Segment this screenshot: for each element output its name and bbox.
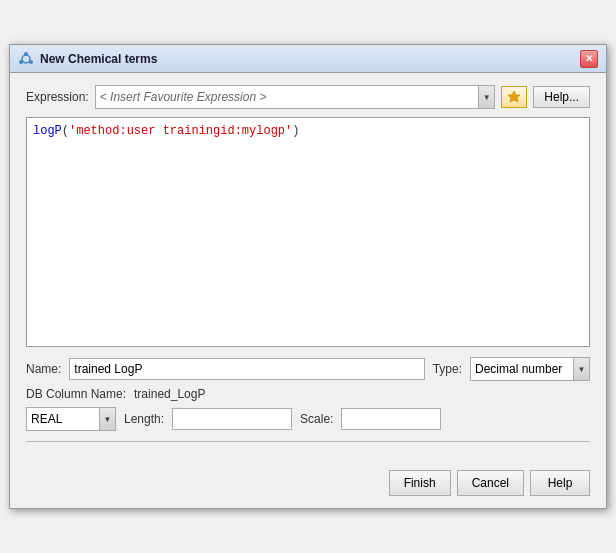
expression-label: Expression: [26,90,89,104]
type-label: Type: [433,362,462,376]
type-value: Decimal number [471,358,573,380]
svg-marker-7 [508,91,520,102]
code-line: logP('method:user trainingid:mylogp') [33,124,583,138]
cancel-button[interactable]: Cancel [457,470,524,496]
help-expression-button[interactable]: Help... [533,86,590,108]
chemical-icon [18,51,34,67]
add-favorite-button[interactable] [501,86,527,108]
length-label: Length: [124,412,164,426]
name-type-row: Name: Type: Decimal number ▼ [26,357,590,381]
length-input[interactable] [172,408,292,430]
code-editor[interactable]: logP('method:user trainingid:mylogp') [26,117,590,347]
title-bar: New Chemical terms ✕ [10,45,606,73]
finish-button[interactable]: Finish [389,470,451,496]
scale-label: Scale: [300,412,333,426]
dialog-window: New Chemical terms ✕ Expression: < Inser… [9,44,607,509]
button-row: Finish Cancel Help [10,464,606,508]
expression-value: < Insert Favourite Expression > [96,86,479,108]
db-column-label: DB Column Name: [26,387,126,401]
svg-point-1 [24,52,28,56]
expression-row: Expression: < Insert Favourite Expressio… [26,85,590,109]
name-input[interactable] [69,358,424,380]
dialog-title: New Chemical terms [40,52,157,66]
code-paren-open: ( [62,124,69,138]
expression-dropdown-arrow: ▼ [478,86,494,108]
separator [26,441,590,442]
svg-point-0 [22,55,30,63]
data-type-row: REAL ▼ Length: Scale: [26,407,590,431]
real-value: REAL [27,408,99,430]
type-select[interactable]: Decimal number ▼ [470,357,590,381]
name-label: Name: [26,362,61,376]
scale-input[interactable] [341,408,441,430]
db-column-value: trained_LogP [134,387,205,401]
db-column-row: DB Column Name: trained_LogP [26,387,590,401]
code-keyword: logP [33,124,62,138]
svg-point-2 [29,60,33,64]
title-bar-left: New Chemical terms [18,51,157,67]
code-paren-close: ) [292,124,299,138]
dialog-body: Expression: < Insert Favourite Expressio… [10,73,606,464]
svg-point-3 [19,60,23,64]
code-string: 'method:user trainingid:mylogp' [69,124,292,138]
close-button[interactable]: ✕ [580,50,598,68]
real-select[interactable]: REAL ▼ [26,407,116,431]
type-dropdown-arrow: ▼ [573,358,589,380]
help-button[interactable]: Help [530,470,590,496]
real-dropdown-arrow: ▼ [99,408,115,430]
expression-select[interactable]: < Insert Favourite Expression > ▼ [95,85,496,109]
